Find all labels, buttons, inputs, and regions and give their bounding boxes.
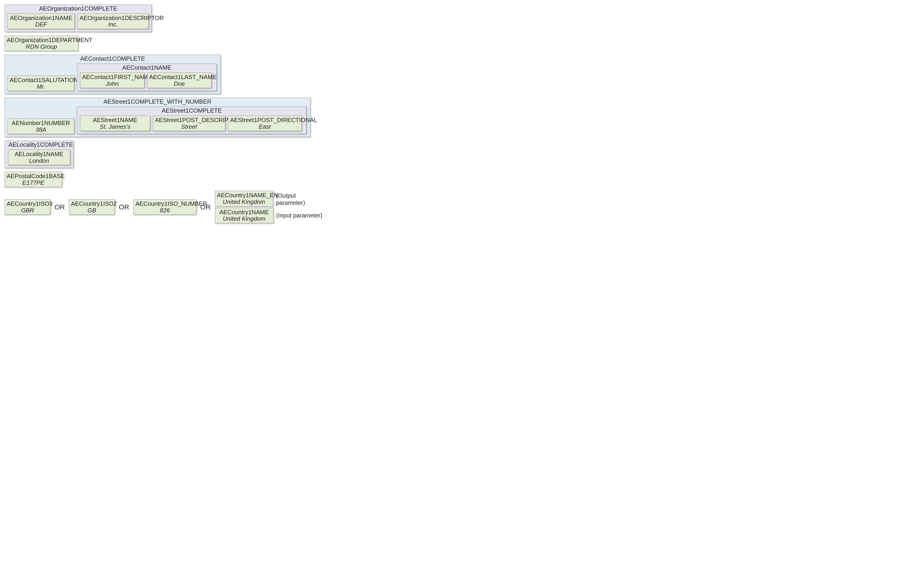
country-iso2-value: GB (71, 207, 113, 214)
locality-name-label: AELocality1NAME (10, 151, 68, 157)
contact-complete-box: AEContact1COMPLETE AEContact1SALUTATION … (5, 55, 221, 94)
street-number-field: AENumber1NUMBER 38A (8, 119, 74, 134)
street-complete-box: AEStreet1COMPLETE AEStreet1NAME St. Jame… (77, 107, 306, 134)
street-complete-with-number-box: AEStreet1COMPLETE_WITH_NUMBER AENumber1N… (5, 98, 310, 137)
contact-last-value: Doe (149, 81, 210, 87)
locality-name-value: London (10, 157, 68, 164)
org-department-label: AEOrganization1DEPARTMENT (7, 37, 76, 43)
street-post-descriptor-value: Street (155, 124, 223, 130)
street-post-directional-value: East (230, 124, 300, 130)
country-iso3-field: AECountry1ISO3 GBR (5, 199, 50, 215)
output-parameter-caption: (Output parameter) (273, 192, 327, 207)
postal-label: AEPostalCode1BASE (7, 173, 60, 180)
contact-first-value: John (82, 81, 142, 87)
contact-salutation-value: Mr. (10, 83, 72, 90)
org-descriptor-label: AEOrganization1DESCRIPTOR (79, 15, 147, 21)
contact-first-field: AEContact1FIRST_NAME John (80, 73, 144, 88)
org-name-field: AEOrganization1NAME DEF (8, 13, 75, 29)
country-name-en-value: United Kingdom (217, 198, 271, 205)
country-name-field: AECountry1NAME United Kingdom (215, 208, 274, 223)
country-iso3-value: GBR (7, 207, 48, 214)
street-number-value: 38A (10, 126, 72, 133)
street-name-field: AEStreet1NAME St. James's (80, 116, 150, 131)
street-name-value: St. James's (82, 124, 148, 130)
org-name-label: AEOrganization1NAME (10, 15, 73, 21)
country-iso2-label: AECountry1ISO2 (71, 200, 113, 207)
org-descriptor-field: AEOrganization1DESCRIPTOR Inc. (78, 13, 149, 29)
country-row: AECountry1ISO3 GBR OR AECountry1ISO2 GB … (5, 191, 327, 223)
street-post-descriptor-label: AEStreet1POST_DESCRIPTOR (155, 117, 223, 124)
input-parameter-caption: (Input parameter) (274, 212, 322, 219)
country-iso-number-label: AECountry1ISO_NUMBER (135, 200, 194, 207)
street-cwn-title: AEStreet1COMPLETE_WITH_NUMBER (6, 98, 309, 105)
street-number-label: AENumber1NUMBER (10, 120, 72, 126)
contact-salutation-label: AEContact1SALUTATION (10, 77, 72, 83)
street-post-directional-label: AEStreet1POST_DIRECTIONAL (230, 117, 300, 124)
contact-complete-title: AEContact1COMPLETE (6, 55, 219, 62)
contact-first-label: AEContact1FIRST_NAME (82, 74, 142, 81)
country-name-value: United Kingdom (217, 215, 271, 222)
locality-complete-title: AELocality1COMPLETE (6, 141, 72, 148)
street-post-descriptor-field: AEStreet1POST_DESCRIPTOR Street (153, 116, 225, 131)
diagram-canvas: AEOrganization1COMPLETE AEOrganization1N… (5, 5, 327, 223)
country-name-en-label: AECountry1NAME_EN (217, 192, 271, 198)
contact-last-label: AEContact1LAST_NAME (149, 74, 210, 81)
locality-name-field: AELocality1NAME London (8, 150, 70, 165)
country-iso-number-field: AECountry1ISO_NUMBER 826 (133, 199, 196, 215)
country-name-label: AECountry1NAME (217, 209, 271, 216)
country-name-en-field: AECountry1NAME_EN United Kingdom (215, 191, 273, 206)
country-iso3-label: AECountry1ISO3 (7, 200, 48, 207)
org-descriptor-value: Inc. (79, 21, 147, 28)
or-text-1: OR (50, 203, 69, 211)
org-complete-title: AEOrganization1COMPLETE (6, 5, 150, 12)
org-name-value: DEF (10, 21, 73, 28)
postal-field: AEPostalCode1BASE E177PE (5, 172, 62, 187)
contact-salutation-field: AEContact1SALUTATION Mr. (8, 76, 74, 91)
contact-name-title: AEContact1NAME (79, 64, 215, 71)
org-department-field: AEOrganization1DEPARTMENT RDN Group (5, 36, 78, 51)
or-text-3: OR (196, 203, 215, 211)
or-text-2: OR (115, 203, 133, 211)
contact-name-box: AEContact1NAME AEContact1FIRST_NAME John… (77, 64, 217, 91)
contact-last-field: AEContact1LAST_NAME Doe (147, 73, 211, 88)
locality-complete-box: AELocality1COMPLETE AELocality1NAME Lond… (5, 140, 74, 168)
org-complete-box: AEOrganization1COMPLETE AEOrganization1N… (5, 5, 152, 32)
country-name-stack: AECountry1NAME_EN United Kingdom (Output… (215, 191, 327, 223)
street-post-directional-field: AEStreet1POST_DIRECTIONAL East (228, 116, 302, 131)
org-department-value: RDN Group (7, 43, 76, 50)
country-iso2-field: AECountry1ISO2 GB (69, 199, 115, 215)
street-complete-title: AEStreet1COMPLETE (79, 107, 305, 114)
country-iso-number-value: 826 (135, 207, 194, 214)
street-name-label: AEStreet1NAME (82, 117, 148, 124)
postal-value: E177PE (7, 180, 60, 186)
